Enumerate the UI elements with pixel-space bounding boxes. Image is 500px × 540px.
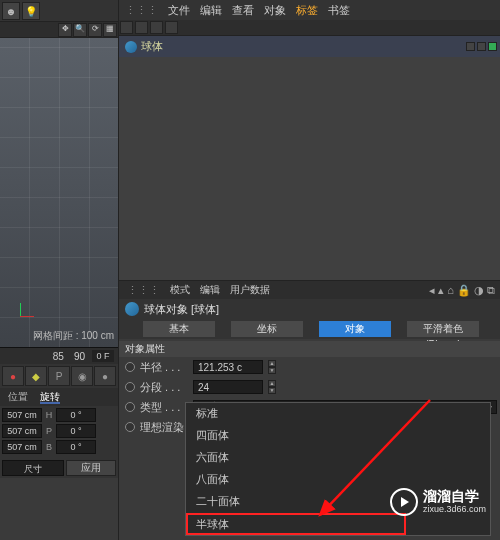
- record-button[interactable]: ●: [2, 366, 24, 386]
- coord-panel: H P B: [0, 406, 118, 458]
- tab-coord[interactable]: 坐标: [231, 321, 303, 337]
- section-object-props: 对象属性: [119, 341, 500, 357]
- coord-x-size[interactable]: [2, 408, 42, 422]
- segments-step-up[interactable]: ▲: [268, 380, 276, 387]
- vp-tool-zoom[interactable]: 🔍: [73, 23, 87, 37]
- transport-row: ● ◆ P ◉ ●: [0, 364, 118, 388]
- menu-object[interactable]: 对象: [264, 3, 286, 18]
- autokey-button[interactable]: ◆: [25, 366, 47, 386]
- am-userdata[interactable]: 用户数据: [230, 283, 270, 297]
- object-title-row: 球体对象 [球体]: [119, 299, 500, 319]
- watermark: 溜溜自学 zixue.3d66.com: [390, 488, 486, 516]
- vp-tool-grid[interactable]: ▦: [103, 23, 117, 37]
- watermark-brand: 溜溜自学: [423, 489, 486, 504]
- coord-h-rot[interactable]: [56, 408, 96, 422]
- coord-b-label: B: [44, 442, 54, 452]
- hierarchy-item-label: 球体: [141, 39, 163, 54]
- menu-bookmarks[interactable]: 书签: [328, 3, 350, 18]
- visibility-editor-dot[interactable]: [466, 42, 475, 51]
- prop-radius-field[interactable]: [193, 360, 263, 374]
- timeline-row: 85 90: [0, 348, 118, 364]
- nav-up-icon[interactable]: ▴: [438, 284, 444, 297]
- om-tool-1[interactable]: [120, 21, 133, 34]
- prop-segments-field[interactable]: [193, 380, 263, 394]
- prop-radius-row: 半径 . . . ▲▼: [119, 357, 500, 377]
- coord-z-size[interactable]: [2, 440, 42, 454]
- apply-row: 尺寸 应用: [0, 458, 118, 478]
- am-mode[interactable]: 模式: [170, 283, 190, 297]
- top-icon-row: ☻ 💡: [0, 0, 118, 22]
- viewport-3d[interactable]: 网格间距 : 100 cm: [0, 38, 118, 348]
- settings-icon[interactable]: ◑: [474, 284, 484, 297]
- anim-dot-radius[interactable]: [125, 362, 135, 372]
- prop-type-label: 类型 . . .: [140, 400, 188, 415]
- watermark-url: zixue.3d66.com: [423, 505, 486, 515]
- vp-tool-rotate[interactable]: ⟳: [88, 23, 102, 37]
- tab-basic[interactable]: 基本: [143, 321, 215, 337]
- nav-back-icon[interactable]: ◂: [429, 284, 435, 297]
- prop-ideal-label: 理想渲染: [140, 420, 184, 435]
- anim-dot-segments[interactable]: [125, 382, 135, 392]
- segments-step-down[interactable]: ▼: [268, 387, 276, 394]
- bulb-icon[interactable]: 💡: [22, 2, 40, 20]
- key-opt-button[interactable]: ●: [94, 366, 116, 386]
- watermark-play-icon: [390, 488, 418, 516]
- anim-dot-ideal[interactable]: [125, 422, 135, 432]
- sphere-icon: [125, 41, 137, 53]
- tab-rotate[interactable]: 旋转: [40, 390, 60, 404]
- grid-spacing-label: 网格间距 : 100 cm: [33, 329, 114, 343]
- object-hierarchy[interactable]: 球体: [119, 36, 500, 281]
- face-icon[interactable]: ☻: [2, 2, 20, 20]
- hierarchy-item-sphere[interactable]: 球体: [119, 36, 500, 57]
- viewport-toolbar: ✥ 🔍 ⟳ ▦: [0, 22, 118, 38]
- prop-segments-row: 分段 . . . ▲▼: [119, 377, 500, 397]
- timeline-frame-field[interactable]: [92, 350, 114, 362]
- om-tool-4[interactable]: [165, 21, 178, 34]
- nav-home-icon[interactable]: ⌂: [447, 284, 454, 297]
- coord-y-size[interactable]: [2, 424, 42, 438]
- timeline-num-b: 90: [71, 351, 88, 362]
- size-mode-select[interactable]: 尺寸: [2, 460, 64, 476]
- object-manager-toolbar: [119, 20, 500, 36]
- dd-option-standard[interactable]: 标准: [186, 403, 490, 425]
- dd-option-hemisphere[interactable]: 半球体: [186, 513, 406, 535]
- transform-tabs: 位置 旋转: [0, 388, 118, 406]
- om-tool-2[interactable]: [135, 21, 148, 34]
- prop-radius-label: 半径 . . .: [140, 360, 188, 375]
- menu-sep: ⋮⋮⋮: [125, 4, 158, 17]
- key-pos-button[interactable]: ◉: [71, 366, 93, 386]
- key-p-button[interactable]: P: [48, 366, 70, 386]
- attribute-manager-head: ⋮⋮⋮ 模式 编辑 用户数据 ◂ ▴ ⌂ 🔒 ◑ ⧉: [119, 281, 500, 299]
- am-sep: ⋮⋮⋮: [127, 284, 160, 297]
- dd-option-hexa[interactable]: 六面体: [186, 447, 490, 469]
- menu-edit[interactable]: 编辑: [200, 3, 222, 18]
- radius-step-down[interactable]: ▼: [268, 367, 276, 374]
- visibility-render-dot[interactable]: [477, 42, 486, 51]
- prop-segments-label: 分段 . . .: [140, 380, 188, 395]
- anim-dot-type[interactable]: [125, 402, 135, 412]
- coord-b-rot[interactable]: [56, 440, 96, 454]
- vp-tool-pan[interactable]: ✥: [58, 23, 72, 37]
- coord-p-rot[interactable]: [56, 424, 96, 438]
- menu-tags[interactable]: 标签: [296, 3, 318, 18]
- lock-icon[interactable]: 🔒: [457, 284, 471, 297]
- tab-phong[interactable]: 平滑着色(Phong): [407, 321, 479, 337]
- attribute-tabs: 基本 坐标 对象 平滑着色(Phong): [119, 319, 500, 339]
- menu-icon[interactable]: ⧉: [487, 284, 495, 297]
- apply-button[interactable]: 应用: [66, 460, 116, 476]
- coord-h-label: H: [44, 410, 54, 420]
- coord-p-label: P: [44, 426, 54, 436]
- radius-step-up[interactable]: ▲: [268, 360, 276, 367]
- om-tool-3[interactable]: [150, 21, 163, 34]
- tab-object[interactable]: 对象: [319, 321, 391, 337]
- am-edit[interactable]: 编辑: [200, 283, 220, 297]
- object-manager-menu: ⋮⋮⋮ 文件 编辑 查看 对象 标签 书签: [119, 0, 500, 20]
- object-title-text: 球体对象 [球体]: [144, 302, 219, 317]
- sphere-title-icon: [125, 302, 139, 316]
- menu-file[interactable]: 文件: [168, 3, 190, 18]
- timeline-num-a: 85: [50, 351, 67, 362]
- enable-dot[interactable]: [488, 42, 497, 51]
- menu-view[interactable]: 查看: [232, 3, 254, 18]
- tab-position[interactable]: 位置: [8, 390, 28, 404]
- dd-option-tetra[interactable]: 四面体: [186, 425, 490, 447]
